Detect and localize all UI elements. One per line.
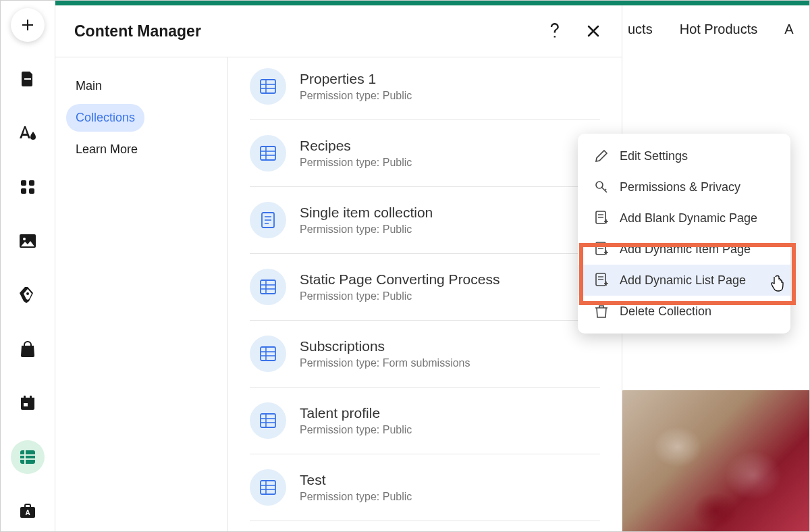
nav-learn-more[interactable]: Learn More [66,136,147,163]
menu-item[interactable]: Add Dynamic Item Page [578,234,790,265]
menu-item-label: Add Blank Dynamic Page [620,211,757,225]
rail-theme[interactable] [11,116,45,150]
pen-icon [20,286,36,304]
plus-icon [20,17,36,33]
collection-row[interactable]: Talent profilePermission type: Public [250,388,600,454]
table-icon [250,269,286,305]
svg-rect-23 [261,147,275,160]
top-accent-bar [55,0,810,5]
help-icon [549,23,562,39]
menu-item-label: Delete Collection [620,304,711,319]
collection-permission: Permission type: Public [300,424,412,436]
calendar-icon [20,395,36,411]
rail-content-manager[interactable] [11,440,45,474]
svg-rect-11 [30,396,32,400]
add-button[interactable] [11,8,45,42]
panel-header: Content Manager [55,5,622,57]
collection-permission: Permission type: Public [300,90,412,102]
rail-pages[interactable] [11,62,45,96]
pointer-cursor [770,275,784,293]
collection-name: Recipes [300,138,412,154]
svg-rect-46 [261,481,275,494]
close-icon [587,24,600,38]
collection-name: Static Page Converting Process [300,271,500,288]
page-plus-icon [594,211,609,225]
collection-name: Single item collection [300,205,433,221]
svg-rect-0 [24,78,31,80]
svg-point-7 [26,292,29,295]
svg-rect-13 [20,450,35,464]
briefcase-a-icon: A [19,503,36,519]
svg-rect-2 [29,180,34,186]
rail-bookings[interactable] [11,386,45,420]
nav-collections[interactable]: Collections [66,104,144,132]
collection-row[interactable]: Single item collectionPermission type: P… [250,187,600,254]
site-nav-item[interactable]: A [784,22,793,37]
panel-title: Content Manager [74,22,201,41]
rail-business[interactable]: A [11,494,45,528]
nav-main[interactable]: Main [66,72,111,100]
table-icon [250,469,286,506]
svg-rect-9 [21,398,34,401]
svg-rect-10 [24,396,26,400]
collection-name: Test [300,472,412,488]
panel-nav: Main Collections Learn More [55,57,228,532]
rail-blog[interactable] [11,278,45,312]
image-icon [19,234,36,248]
menu-item[interactable]: Edit Settings [578,140,790,171]
collection-row[interactable]: Static Page Converting ProcessPermission… [250,254,600,321]
table-icon [250,68,286,105]
site-nav-item[interactable]: ucts [628,22,653,37]
font-drop-icon [18,125,37,141]
site-nav: ucts Hot Products A [622,5,810,37]
collection-permission: Permission type: Public [300,491,412,503]
collection-permission: Permission type: Public [300,290,500,302]
left-toolbar: A [0,0,55,532]
menu-item-label: Add Dynamic Item Page [620,242,751,257]
rail-media[interactable] [11,224,45,258]
menu-item[interactable]: Delete Collection [578,296,790,327]
collection-name: Properties 1 [300,71,412,87]
menu-item-label: Edit Settings [620,149,688,163]
svg-rect-1 [21,180,26,186]
table-icon [250,336,286,372]
collection-permission: Permission type: Form submissions [300,357,470,369]
rail-apps[interactable] [11,170,45,204]
collection-name: Talent profile [300,405,412,421]
collection-actions-menu: Edit SettingsPermissions & PrivacyAdd Bl… [578,134,790,334]
menu-item[interactable]: Permissions & Privacy [578,171,790,203]
page-icon [20,70,36,88]
table-icon [250,135,286,171]
rail-store[interactable] [11,332,45,366]
svg-rect-4 [29,188,34,194]
svg-point-6 [23,238,26,240]
bag-icon [20,341,36,357]
collection-name: Subscriptions [300,338,470,354]
pencil-icon [594,149,609,163]
site-product-image [621,390,810,532]
collection-row[interactable]: SubscriptionsPermission type: Form submi… [250,321,600,388]
page-plus-icon [594,273,609,288]
site-nav-item[interactable]: Hot Products [680,22,758,37]
table-round-icon [20,450,36,464]
svg-rect-38 [261,347,275,361]
menu-item-label: Add Dynamic List Page [620,273,746,288]
collections-list: Properties 1Permission type: PublicRecip… [228,57,622,532]
collection-permission: Permission type: Public [300,223,433,236]
svg-rect-34 [261,280,275,294]
collection-row[interactable]: Properties 1Permission type: Public [250,57,600,120]
svg-rect-42 [261,414,275,427]
trash-icon [594,304,609,319]
menu-item[interactable]: Add Blank Dynamic Page [578,203,790,234]
menu-item-label: Permissions & Privacy [620,180,740,194]
key-icon [594,180,609,194]
svg-rect-19 [261,80,275,93]
collection-row[interactable]: RecipesPermission type: Public [250,120,600,187]
close-button[interactable] [584,22,603,41]
menu-item[interactable]: Add Dynamic List Page [578,265,790,296]
svg-rect-3 [21,188,26,194]
table-icon [250,402,286,439]
help-button[interactable] [546,22,565,41]
page-plus-icon [594,242,609,257]
collection-row[interactable]: TestPermission type: Public [250,454,600,521]
